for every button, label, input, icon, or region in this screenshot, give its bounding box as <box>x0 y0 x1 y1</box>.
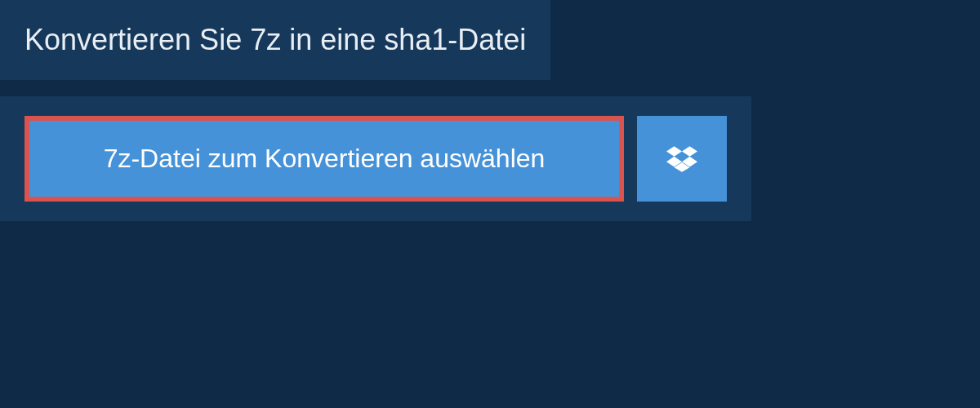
page-header: Konvertieren Sie 7z in eine sha1-Datei <box>0 0 550 80</box>
select-file-button[interactable]: 7z-Datei zum Konvertieren auswählen <box>24 116 624 202</box>
dropbox-button[interactable] <box>637 116 727 202</box>
select-file-label: 7z-Datei zum Konvertieren auswählen <box>104 144 546 174</box>
upload-section: 7z-Datei zum Konvertieren auswählen <box>0 96 751 221</box>
dropbox-icon <box>666 144 697 175</box>
page-title: Konvertieren Sie 7z in eine sha1-Datei <box>24 23 526 57</box>
